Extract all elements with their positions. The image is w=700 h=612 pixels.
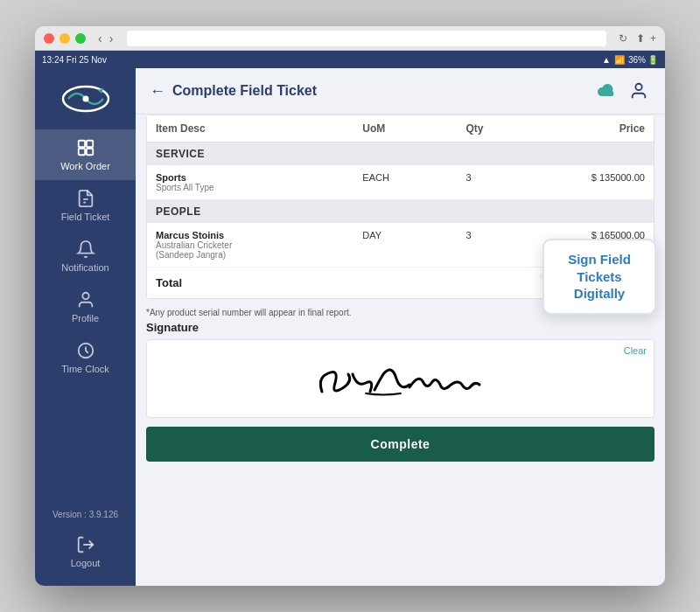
header-icons: [595, 79, 651, 103]
service-price: $ 135000.00: [529, 165, 654, 199]
user-profile-icon[interactable]: [626, 79, 651, 103]
total-label: Total: [147, 268, 354, 298]
service-item-desc: Sports Sports All Type: [147, 165, 354, 199]
signature-label: Signature: [146, 321, 654, 334]
table-row: Sports Sports All Type EACH 3 $ 135000.0…: [147, 165, 654, 200]
section-people: PEOPLE: [147, 200, 654, 223]
service-item-name: Sports: [156, 172, 345, 183]
svg-point-1: [82, 96, 88, 102]
sidebar-item-notification[interactable]: Notification: [35, 231, 136, 282]
forward-nav-button[interactable]: ›: [108, 31, 116, 45]
sidebar-item-profile[interactable]: Profile: [35, 282, 136, 332]
titlebar: ‹ › ↻ ⬆ +: [35, 26, 665, 51]
service-uom: EACH: [354, 165, 457, 199]
battery-indicator: 36% 🔋: [628, 55, 658, 65]
sidebar-item-work-order-label: Work Order: [60, 161, 110, 171]
svg-point-8: [82, 293, 88, 299]
svg-rect-4: [78, 149, 84, 155]
status-bar: 13:24 Fri 25 Nov ▲ 📶 36% 🔋: [35, 51, 665, 68]
back-nav-button[interactable]: ‹: [96, 31, 104, 45]
svg-rect-5: [86, 149, 92, 155]
signature-drawing: [147, 340, 654, 417]
address-bar[interactable]: [127, 31, 606, 46]
tooltip-bubble: Sign Field Tickets Digitally: [542, 239, 656, 315]
people-item-desc: Marcus Stoinis Australian Cricketer (San…: [147, 223, 354, 267]
people-item-name: Marcus Stoinis: [156, 230, 345, 240]
people-qty: 3: [457, 223, 529, 267]
signal-icon: 📶: [614, 55, 625, 65]
signature-box[interactable]: Clear: [146, 339, 654, 418]
col-uom: UoM: [354, 115, 457, 142]
back-button[interactable]: ←: [150, 82, 165, 101]
sidebar-item-field-ticket-label: Field Ticket: [61, 212, 110, 222]
sidebar-item-work-order[interactable]: Work Order: [35, 129, 136, 180]
app-logo: [55, 77, 116, 121]
minimize-button[interactable]: [60, 33, 70, 44]
cloud-sync-icon[interactable]: [595, 79, 620, 103]
col-price: Price: [529, 115, 654, 142]
sidebar-item-logout[interactable]: Logout: [35, 526, 136, 577]
people-uom: DAY: [354, 223, 457, 267]
service-item-sub: Sports All Type: [156, 183, 345, 192]
tooltip-text: Sign Field Tickets Digitally: [556, 251, 642, 303]
share-icon: ⬆: [636, 32, 645, 45]
svg-rect-2: [78, 141, 84, 147]
new-tab-icon[interactable]: +: [650, 32, 656, 45]
page-title: Complete Field Ticket: [172, 83, 317, 99]
signature-section: *Any product serial number will appear i…: [146, 308, 654, 418]
service-qty: 3: [457, 165, 529, 199]
status-icons: ▲ 📶 36% 🔋: [602, 55, 658, 65]
col-qty: Qty: [457, 115, 529, 142]
close-button[interactable]: [44, 33, 54, 44]
page-header: ← Complete Field Ticket: [136, 68, 665, 115]
battery-icon: 🔋: [648, 55, 658, 65]
sidebar-item-time-clock[interactable]: Time Clock: [35, 332, 136, 383]
maximize-button[interactable]: [75, 33, 86, 44]
refresh-icon[interactable]: ↻: [619, 32, 627, 45]
version-text: Version : 3.9.126: [35, 503, 136, 526]
section-service: SERVICE: [147, 143, 654, 165]
complete-button[interactable]: Complete: [146, 427, 654, 462]
sidebar-item-notification-label: Notification: [61, 262, 108, 273]
sidebar-item-time-clock-label: Time Clock: [61, 364, 109, 374]
people-item-sub: Australian Cricketer (Sandeep Jangra): [156, 240, 345, 260]
svg-rect-3: [86, 141, 92, 147]
main-content: ← Complete Field Ticket: [136, 68, 665, 586]
sidebar: Work Order Field Ticket: [35, 68, 136, 586]
wifi-icon: ▲: [602, 55, 611, 65]
clear-signature-button[interactable]: Clear: [624, 345, 647, 356]
logout-label: Logout: [71, 558, 101, 568]
sidebar-nav: Work Order Field Ticket: [35, 129, 136, 503]
svg-point-11: [635, 84, 641, 90]
sidebar-item-profile-label: Profile: [72, 313, 99, 323]
col-item-desc: Item Desc: [147, 115, 354, 142]
table-header: Item Desc UoM Qty Price: [147, 115, 654, 143]
scroll-area[interactable]: Item Desc UoM Qty Price SERVICE Sports S…: [136, 115, 665, 586]
sidebar-bottom: Version : 3.9.126 Logout: [35, 503, 136, 586]
sidebar-item-field-ticket[interactable]: Field Ticket: [35, 180, 136, 231]
time-date: 13:24 Fri 25 Nov: [42, 55, 107, 65]
